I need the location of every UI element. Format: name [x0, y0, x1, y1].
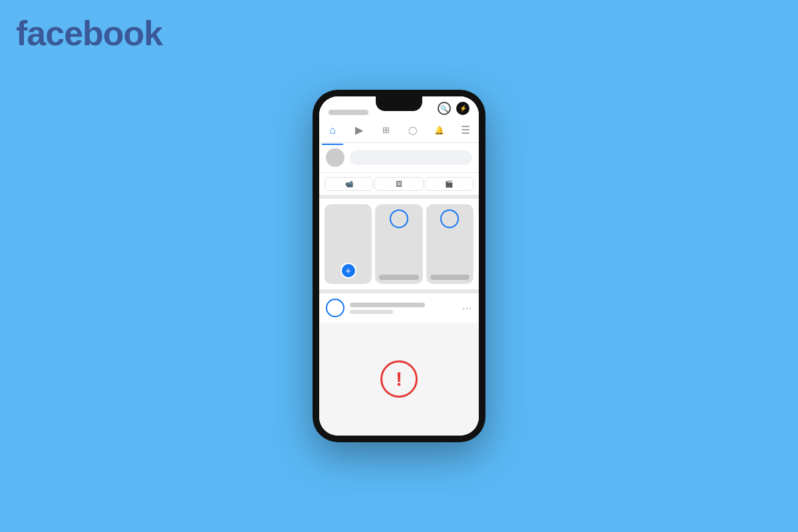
nav-item-profile[interactable]: ◯ — [402, 120, 423, 141]
status-bar-name — [329, 110, 368, 115]
nav-item-marketplace[interactable]: ⊞ — [375, 120, 396, 141]
bell-icon: 🔔 — [434, 126, 444, 135]
live-button[interactable]: 📹 — [325, 177, 373, 191]
messenger-icon[interactable]: ⚡ — [456, 102, 469, 115]
phone-screen: 🔍 ⚡ ⌂ ▶ ⊞ ◯ 🔔 ☰ — [319, 96, 479, 436]
video-icon: ▶ — [355, 124, 363, 136]
story-name-2 — [430, 275, 469, 280]
add-story-card[interactable]: + — [325, 204, 372, 284]
search-icon[interactable]: 🔍 — [438, 102, 451, 115]
user-avatar-small — [326, 148, 344, 167]
story-card-1[interactable] — [375, 204, 422, 284]
story-name-1 — [379, 275, 418, 280]
error-area: ! — [319, 323, 479, 436]
video-camera-icon: 📹 — [345, 180, 353, 188]
photo-button[interactable]: 🖼 — [374, 177, 423, 191]
phone-mockup: 🔍 ⚡ ⌂ ▶ ⊞ ◯ 🔔 ☰ — [313, 90, 485, 442]
post-user-avatar — [326, 299, 344, 317]
home-icon: ⌂ — [329, 124, 336, 136]
post-create-row — [319, 143, 479, 173]
phone-notch — [376, 96, 422, 111]
reel-icon: 🎬 — [445, 180, 453, 188]
facebook-logo: facebook — [16, 13, 162, 53]
photo-icon: 🖼 — [396, 180, 402, 188]
error-icon: ! — [380, 360, 418, 398]
nav-item-menu[interactable]: ☰ — [455, 120, 476, 141]
marketplace-icon: ⊞ — [382, 125, 390, 135]
quick-actions-row: 📹 🖼 🎬 — [319, 173, 479, 199]
profile-icon: ◯ — [408, 126, 417, 135]
stories-row: + — [319, 199, 479, 293]
more-options-button[interactable]: ··· — [462, 303, 472, 313]
story-avatar-ring-1 — [390, 209, 408, 228]
story-avatar-ring-2 — [440, 209, 459, 228]
nav-item-home[interactable]: ⌂ — [322, 120, 343, 141]
story-card-2[interactable] — [426, 204, 473, 284]
post-header: ··· — [319, 293, 479, 323]
post-user-name — [350, 303, 425, 307]
post-meta — [350, 303, 457, 314]
nav-item-notifications[interactable]: 🔔 — [428, 120, 450, 141]
nav-item-video[interactable]: ▶ — [348, 120, 370, 141]
nav-bar: ⌂ ▶ ⊞ ◯ 🔔 ☰ — [319, 118, 479, 143]
post-input[interactable] — [350, 150, 472, 165]
status-icons: 🔍 ⚡ — [438, 102, 469, 115]
menu-icon: ☰ — [461, 124, 470, 136]
reel-button[interactable]: 🎬 — [425, 177, 473, 191]
add-story-icon: + — [340, 263, 356, 279]
post-time — [350, 310, 393, 314]
